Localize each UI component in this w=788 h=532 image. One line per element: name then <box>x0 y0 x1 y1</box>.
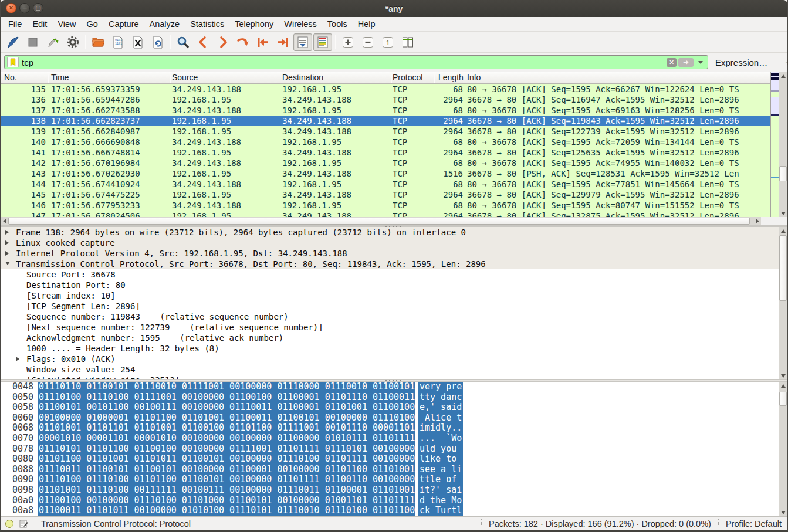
auto-scroll-icon[interactable] <box>293 33 312 51</box>
scrollbar-thumb[interactable] <box>779 166 787 181</box>
hscroll-track[interactable] <box>1 217 761 225</box>
byte-binary[interactable]: 01101001 01110100 00111111 00100111 0010… <box>38 485 415 496</box>
detail-row[interactable]: Transmission Control Protocol, Src Port:… <box>1 259 779 269</box>
close-file-icon[interactable] <box>128 33 147 51</box>
stop-capture-icon[interactable] <box>23 33 42 51</box>
expression-button[interactable]: Expression… <box>715 57 767 67</box>
detail-row[interactable]: Window size value: 254 <box>1 364 779 375</box>
expand-icon[interactable] <box>5 251 9 256</box>
byte-binary[interactable]: 01110011 01100101 01100101 00100000 0110… <box>38 465 415 475</box>
scroll-down-icon[interactable] <box>779 209 787 217</box>
start-capture-icon[interactable] <box>4 33 22 51</box>
byte-ascii[interactable]: e,' said <box>418 402 463 413</box>
byte-ascii[interactable]: imidly.. <box>418 423 463 433</box>
packet-row-140[interactable]: 14017:01:56.66669084834.249.143.188192.1… <box>1 137 771 147</box>
bytes-row-0090[interactable]: 009001110100 01110100 01101100 01100101 … <box>1 475 787 485</box>
scroll-left-icon[interactable] <box>1 217 8 225</box>
packet-row-138[interactable]: 13817:01:56.662823737192.168.1.9534.249.… <box>1 116 771 126</box>
expand-icon[interactable] <box>16 357 19 361</box>
minimize-window-icon[interactable]: ─ <box>19 3 30 13</box>
byte-binary[interactable]: 01100011 01101011 00100000 01010100 0111… <box>38 506 415 516</box>
expand-icon[interactable] <box>5 240 9 245</box>
detail-row[interactable]: Source Port: 36678 <box>1 269 779 280</box>
menu-analyze[interactable]: Analyze <box>144 18 185 31</box>
byte-ascii[interactable]: see a li <box>418 465 463 475</box>
byte-binary[interactable]: 01100100 00100000 01110100 01101000 0110… <box>38 496 415 506</box>
close-window-icon[interactable]: ✕ <box>6 3 16 13</box>
detail-row[interactable]: Linux cooked capture <box>1 238 779 248</box>
detail-row[interactable]: [Calculated window size: 32512] <box>1 375 779 379</box>
byte-binary[interactable]: 01101001 01101101 01101001 01100100 0110… <box>38 423 415 433</box>
packet-row-146[interactable]: 14617:01:56.67795323334.249.143.188192.1… <box>1 200 771 211</box>
detail-row[interactable]: Frame 138: 2964 bytes on wire (23712 bit… <box>1 227 779 238</box>
detail-row[interactable]: Destination Port: 80 <box>1 280 779 290</box>
menu-help[interactable]: Help <box>353 18 381 31</box>
packet-row-135[interactable]: 13517:01:56.65937335934.249.143.188192.1… <box>1 84 771 94</box>
menu-file[interactable]: File <box>3 18 27 31</box>
display-filter-entry[interactable]: ✕ ➜ <box>4 55 708 69</box>
go-back-icon[interactable] <box>194 33 212 51</box>
byte-ascii[interactable]: Alice t <box>418 413 463 423</box>
packet-list-minimap[interactable] <box>770 72 779 217</box>
bytes-row-0060[interactable]: 006000100000 01000001 01101100 01101001 … <box>1 413 787 423</box>
byte-binary[interactable]: 01110101 01101100 01100100 00100000 0111… <box>38 444 415 455</box>
filter-history-chevron-down-icon[interactable] <box>698 61 703 64</box>
menu-capture[interactable]: Capture <box>103 18 144 31</box>
go-last-icon[interactable] <box>273 33 292 51</box>
packet-row-137[interactable]: 13717:01:56.66274358834.249.143.188192.1… <box>1 105 771 116</box>
bytes-row-0050[interactable]: 005001110100 01110100 01111001 00100000 … <box>1 392 787 403</box>
column-divider[interactable] <box>170 73 171 83</box>
byte-ascii[interactable]: ck Turtl <box>418 506 463 516</box>
filter-clear-icon[interactable]: ✕ <box>667 58 677 67</box>
restart-capture-icon[interactable] <box>43 33 62 51</box>
maximize-window-icon[interactable]: ▢ <box>33 3 43 13</box>
byte-ascii[interactable]: ttle of <box>418 475 463 485</box>
reload-file-icon[interactable] <box>148 33 167 51</box>
column-header-no[interactable]: No. <box>4 73 17 82</box>
column-header-protocol[interactable]: Protocol <box>393 73 422 82</box>
column-divider[interactable] <box>391 73 392 83</box>
column-header-destination[interactable]: Destination <box>282 73 323 82</box>
bytes-row-0078[interactable]: 007801110101 01101100 01100100 00100000 … <box>1 444 787 455</box>
scroll-down-icon[interactable] <box>779 509 787 516</box>
packet-row-136[interactable]: 13617:01:56.659447286192.168.1.9534.249.… <box>1 94 771 105</box>
menu-edit[interactable]: Edit <box>27 18 52 31</box>
scrollbar-thumb[interactable] <box>779 235 787 301</box>
byte-binary[interactable]: 01110100 01110100 01101100 01100101 0010… <box>38 475 415 485</box>
detail-row[interactable]: [Stream index: 10] <box>1 290 779 301</box>
byte-ascii[interactable]: tty danc <box>418 392 463 403</box>
bytes-row-0098[interactable]: 009801101001 01110100 00111111 00100111 … <box>1 485 787 496</box>
find-packet-icon[interactable] <box>174 33 192 51</box>
hscroll-thumb[interactable] <box>8 218 750 225</box>
open-file-icon[interactable] <box>89 33 107 51</box>
packet-row-147[interactable]: 14717:01:56.678024506192.168.1.9534.249.… <box>1 211 771 217</box>
column-divider[interactable] <box>282 73 282 83</box>
bytes-row-0068[interactable]: 006801101001 01101101 01101001 01100100 … <box>1 423 787 433</box>
byte-binary[interactable]: 00001010 00001101 00001010 00100000 0010… <box>38 433 415 444</box>
byte-ascii[interactable]: like to <box>418 454 463 465</box>
bytes-row-00a0[interactable]: 00a001100100 00100000 01110100 01101000 … <box>1 496 787 506</box>
column-header-length[interactable]: Length <box>438 73 464 82</box>
profile-status[interactable]: Profile: Default <box>726 519 782 528</box>
detail-row[interactable]: [TCP Segment Len: 2896] <box>1 301 779 311</box>
packet-row-139[interactable]: 13917:01:56.662840987192.168.1.9534.249.… <box>1 126 771 137</box>
zoom-100-icon[interactable]: 1 <box>378 33 397 51</box>
bytes-row-0058[interactable]: 005801100101 00101100 00100111 00100000 … <box>1 402 787 413</box>
filter-bookmark-icon[interactable] <box>7 57 19 67</box>
packet-row-143[interactable]: 14317:01:56.670262930192.168.1.9534.249.… <box>1 168 771 179</box>
menu-go[interactable]: Go <box>82 18 103 31</box>
zoom-out-icon[interactable] <box>359 33 377 51</box>
expert-info-icon[interactable] <box>5 520 13 528</box>
column-divider[interactable] <box>48 73 49 83</box>
save-file-icon[interactable]: 01011101 <box>109 33 127 51</box>
filter-input[interactable] <box>22 57 665 67</box>
collapse-icon[interactable] <box>5 262 10 265</box>
bytes-row-00a8[interactable]: 00a801100011 01101011 00100000 01010100 … <box>1 506 787 516</box>
capture-options-icon[interactable] <box>63 33 82 51</box>
byte-ascii[interactable]: very pre <box>418 382 463 392</box>
byte-ascii[interactable]: d the Mo <box>418 496 463 506</box>
bytes-row-0070[interactable]: 007000001010 00001101 00001010 00100000 … <box>1 433 787 444</box>
scroll-up-icon[interactable] <box>779 227 787 235</box>
byte-binary[interactable]: 01101100 01101001 01101011 01100101 0010… <box>38 454 415 465</box>
packet-row-141[interactable]: 14117:01:56.666748814192.168.1.9534.249.… <box>1 147 771 158</box>
